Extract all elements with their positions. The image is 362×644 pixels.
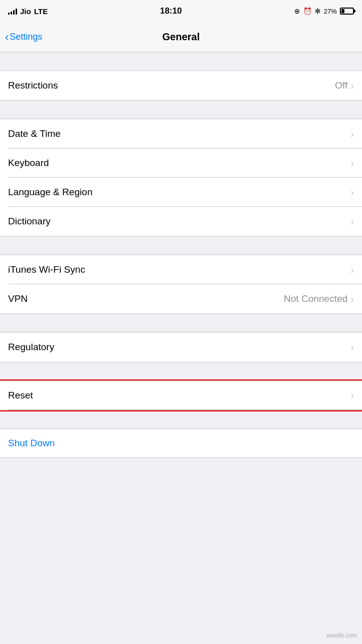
signal-bars	[8, 8, 17, 15]
spacer-top	[0, 52, 362, 70]
restrictions-row[interactable]: Restrictions Off ›	[0, 71, 362, 100]
keyboard-chevron-icon: ›	[350, 157, 354, 169]
shutdown-row[interactable]: Shut Down	[0, 429, 362, 458]
nav-bar: ‹ Settings General	[0, 22, 362, 52]
shutdown-label: Shut Down	[8, 438, 55, 449]
itunes-chevron-icon: ›	[350, 264, 354, 276]
language-region-label: Language & Region	[8, 187, 93, 198]
carrier-label: Jio	[20, 7, 31, 16]
regulatory-row[interactable]: Regulatory ›	[0, 333, 362, 362]
spacer-5	[0, 411, 362, 429]
vpn-chevron-icon: ›	[350, 293, 354, 305]
date-time-label: Date & Time	[8, 128, 61, 139]
vpn-row[interactable]: VPN Not Connected ›	[0, 284, 362, 313]
restrictions-row-right: Off ›	[335, 80, 354, 92]
location-icon: ⊕	[294, 7, 300, 15]
itunes-wifi-sync-row[interactable]: iTunes Wi-Fi Sync ›	[0, 255, 362, 284]
restrictions-row-left: Restrictions	[8, 80, 335, 91]
datetime-group: Date & Time › Keyboard › Language & Regi…	[0, 119, 362, 236]
regulatory-group: Regulatory ›	[0, 332, 362, 362]
date-time-chevron-icon: ›	[350, 128, 354, 140]
status-left: Jio LTE	[8, 7, 48, 16]
back-chevron-icon: ‹	[5, 31, 9, 44]
watermark: wsxdn.com	[327, 632, 357, 639]
itunes-wifi-sync-label: iTunes Wi-Fi Sync	[8, 264, 85, 275]
status-time: 18:10	[160, 6, 182, 16]
back-button[interactable]: ‹ Settings	[5, 31, 42, 44]
language-region-chevron-icon: ›	[350, 187, 354, 198]
status-bar: Jio LTE 18:10 ⊕ ⏰ ✻ 27%	[0, 0, 362, 22]
reset-row[interactable]: Reset ›	[0, 381, 362, 410]
spacer-1	[0, 101, 362, 119]
itunes-group: iTunes Wi-Fi Sync › VPN Not Connected ›	[0, 255, 362, 314]
reset-group: Reset ›	[0, 380, 362, 411]
regulatory-label: Regulatory	[8, 342, 54, 353]
dictionary-chevron-icon: ›	[350, 216, 354, 227]
language-region-row[interactable]: Language & Region ›	[0, 178, 362, 207]
reset-chevron-icon: ›	[350, 390, 354, 401]
reset-label: Reset	[8, 390, 33, 401]
keyboard-row[interactable]: Keyboard ›	[0, 148, 362, 178]
restrictions-label: Restrictions	[8, 80, 58, 91]
vpn-label: VPN	[8, 293, 28, 304]
back-label: Settings	[10, 32, 42, 42]
restrictions-value: Off	[335, 80, 347, 91]
restrictions-chevron-icon: ›	[350, 80, 354, 92]
regulatory-chevron-icon: ›	[350, 342, 354, 353]
spacer-2	[0, 236, 362, 255]
battery-icon	[340, 8, 354, 15]
reset-row-wrapper: Reset ›	[0, 381, 362, 410]
keyboard-label: Keyboard	[8, 157, 49, 169]
battery-percent: 27%	[324, 8, 337, 15]
vpn-value: Not Connected	[284, 293, 348, 304]
spacer-4	[0, 362, 362, 380]
network-type-label: LTE	[34, 7, 48, 16]
dictionary-row[interactable]: Dictionary ›	[0, 207, 362, 236]
alarm-icon: ⏰	[303, 7, 312, 15]
dictionary-label: Dictionary	[8, 216, 50, 227]
date-time-row[interactable]: Date & Time ›	[0, 119, 362, 148]
page-title: General	[162, 31, 200, 43]
status-right: ⊕ ⏰ ✻ 27%	[294, 7, 354, 15]
bluetooth-icon: ✻	[315, 7, 321, 15]
spacer-3	[0, 314, 362, 332]
restrictions-group: Restrictions Off ›	[0, 70, 362, 101]
